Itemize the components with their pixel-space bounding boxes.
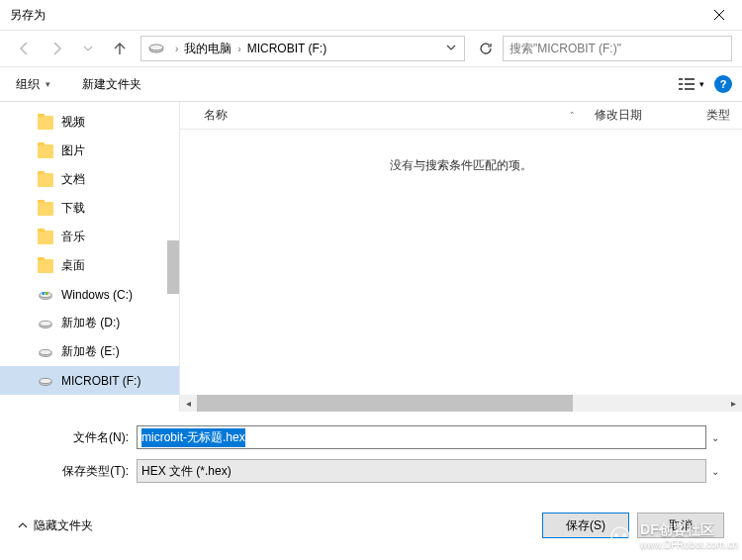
- svg-point-1: [149, 45, 163, 50]
- search-input[interactable]: 搜索"MICROBIT (F:)": [503, 36, 732, 61]
- main: 视频图片文档下载音乐桌面Windows (C:)新加卷 (D:)新加卷 (E:)…: [0, 102, 742, 412]
- sidebar-item[interactable]: 音乐: [0, 223, 179, 251]
- disk-icon: [38, 345, 53, 359]
- refresh-icon: [479, 42, 493, 55]
- new-folder-label: 新建文件夹: [82, 76, 141, 93]
- filetype-dropdown[interactable]: ⌄: [706, 466, 724, 477]
- filename-value: microbit-无标题.hex: [141, 428, 245, 447]
- scroll-right-icon[interactable]: ▸: [725, 395, 742, 412]
- svg-point-15: [40, 349, 51, 354]
- view-button[interactable]: ▾: [677, 72, 706, 96]
- svg-point-17: [40, 378, 51, 383]
- svg-rect-2: [679, 78, 683, 80]
- folder-icon: [38, 202, 53, 216]
- folder-icon: [38, 259, 53, 273]
- disk-icon: [147, 42, 165, 55]
- scroll-thumb[interactable]: [197, 395, 573, 412]
- folder-icon: [38, 116, 53, 130]
- arrow-up-icon: [112, 41, 128, 56]
- filename-dropdown[interactable]: ⌄: [706, 432, 724, 443]
- sidebar-item-label: Windows (C:): [61, 288, 133, 302]
- organize-button[interactable]: 组织 ▾: [10, 72, 56, 97]
- back-button[interactable]: [10, 35, 40, 62]
- filetype-label: 保存类型(T):: [18, 463, 137, 480]
- sidebar-item[interactable]: MICROBIT (F:): [0, 366, 179, 395]
- sidebar-item-label: MICROBIT (F:): [61, 374, 140, 388]
- sort-indicator-icon: ˄: [570, 111, 575, 121]
- content-area: 名称 ˄ 修改日期 类型 没有与搜索条件匹配的项。 ◂ ▸: [180, 102, 742, 412]
- breadcrumb-dropdown[interactable]: [442, 42, 460, 55]
- sidebar-list: 视频图片文档下载音乐桌面Windows (C:)新加卷 (D:)新加卷 (E:)…: [0, 102, 179, 395]
- empty-message: 没有与搜索条件匹配的项。: [180, 130, 742, 395]
- form: 文件名(N): microbit-无标题.hex ⌄ 保存类型(T): HEX …: [0, 412, 742, 505]
- sidebar-item[interactable]: 新加卷 (D:): [0, 309, 179, 337]
- breadcrumb[interactable]: › 我的电脑 › MICROBIT (F:): [140, 36, 465, 61]
- forward-button[interactable]: [42, 35, 71, 62]
- close-icon: [714, 10, 724, 20]
- view-list-icon: [679, 77, 696, 91]
- sidebar-item[interactable]: 视频: [0, 108, 179, 137]
- nav-row: › 我的电脑 › MICROBIT (F:) 搜索"MICROBIT (F:)": [0, 31, 742, 66]
- toolbar: 组织 ▾ 新建文件夹 ▾ ?: [0, 66, 742, 102]
- footer: 隐藏文件夹 保存(S) 取消: [0, 505, 742, 552]
- svg-point-13: [40, 321, 51, 326]
- close-button[interactable]: [696, 0, 742, 31]
- sidebar-item-label: 文档: [61, 171, 85, 188]
- breadcrumb-pc[interactable]: 我的电脑: [184, 41, 232, 57]
- hide-folders-label: 隐藏文件夹: [34, 517, 93, 534]
- cancel-button[interactable]: 取消: [637, 513, 724, 538]
- svg-rect-11: [46, 292, 48, 295]
- sidebar-scrollbar[interactable]: [167, 240, 179, 294]
- folder-icon: [38, 173, 53, 187]
- svg-rect-3: [685, 78, 695, 80]
- help-button[interactable]: ?: [714, 75, 732, 93]
- save-button[interactable]: 保存(S): [542, 513, 629, 538]
- chevron-up-icon: [18, 520, 28, 530]
- sidebar-item[interactable]: 桌面: [0, 251, 179, 280]
- svg-rect-4: [679, 83, 683, 85]
- save-label: 保存(S): [566, 517, 605, 534]
- filename-label: 文件名(N):: [18, 429, 137, 446]
- svg-rect-7: [685, 88, 695, 90]
- sidebar-item[interactable]: 文档: [0, 165, 179, 194]
- sidebar-item-label: 音乐: [61, 229, 85, 245]
- sidebar-item-label: 视频: [61, 114, 85, 131]
- folder-icon: [38, 231, 53, 244]
- titlebar: 另存为: [0, 0, 742, 31]
- disk-icon: [38, 288, 53, 302]
- folder-icon: [38, 144, 53, 158]
- chevron-down-icon: ▾: [699, 79, 704, 89]
- filename-input[interactable]: microbit-无标题.hex: [137, 425, 706, 449]
- horizontal-scrollbar[interactable]: ◂ ▸: [180, 395, 742, 412]
- recent-button[interactable]: [73, 35, 103, 62]
- sidebar-item-label: 图片: [61, 142, 85, 159]
- chevron-down-icon: [446, 43, 456, 52]
- cancel-label: 取消: [669, 517, 693, 534]
- new-folder-button[interactable]: 新建文件夹: [76, 72, 147, 97]
- arrow-left-icon: [17, 41, 33, 56]
- arrow-right-icon: [48, 41, 64, 56]
- column-modified[interactable]: 修改日期: [595, 107, 706, 124]
- organize-label: 组织: [16, 76, 40, 93]
- window-title: 另存为: [10, 7, 696, 24]
- sidebar-item-label: 新加卷 (E:): [61, 343, 120, 360]
- sidebar-item-label: 新加卷 (D:): [61, 315, 120, 331]
- sidebar-item[interactable]: 新加卷 (E:): [0, 337, 179, 366]
- search-placeholder: 搜索"MICROBIT (F:)": [510, 41, 621, 57]
- column-header: 名称 ˄ 修改日期 类型: [180, 102, 742, 130]
- up-button[interactable]: [105, 35, 135, 62]
- svg-rect-6: [679, 88, 683, 90]
- refresh-button[interactable]: [473, 37, 499, 60]
- filetype-select[interactable]: HEX 文件 (*.hex): [137, 459, 706, 483]
- sidebar-item[interactable]: Windows (C:): [0, 280, 179, 309]
- column-name[interactable]: 名称: [204, 107, 590, 124]
- sidebar-item[interactable]: 图片: [0, 137, 179, 165]
- filetype-value: HEX 文件 (*.hex): [141, 463, 232, 480]
- sidebar-item[interactable]: 下载: [0, 194, 179, 223]
- scroll-left-icon[interactable]: ◂: [180, 395, 197, 412]
- breadcrumb-drive[interactable]: MICROBIT (F:): [247, 42, 326, 55]
- sidebar: 视频图片文档下载音乐桌面Windows (C:)新加卷 (D:)新加卷 (E:)…: [0, 102, 180, 412]
- svg-rect-5: [685, 83, 695, 85]
- column-type[interactable]: 类型: [706, 107, 742, 124]
- hide-folders-toggle[interactable]: 隐藏文件夹: [18, 517, 93, 534]
